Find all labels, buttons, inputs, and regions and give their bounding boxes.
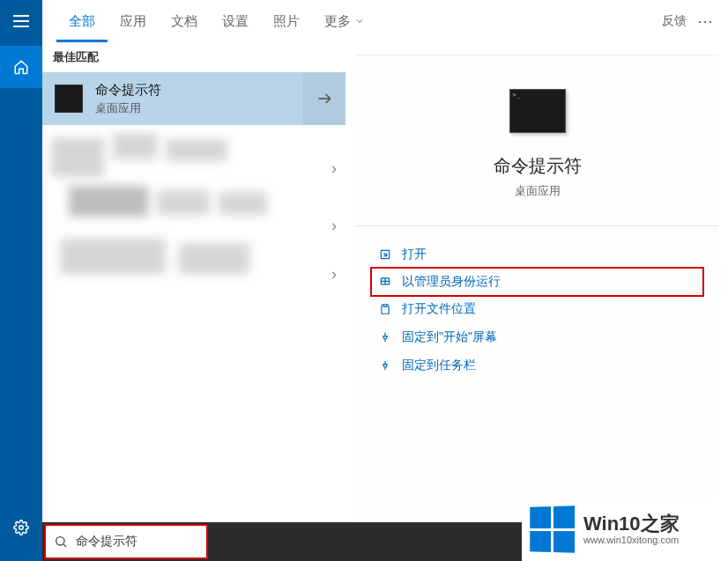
detail-panel: 命令提示符 桌面应用 打开 以管理员身份运行 打开文件位置 固定到"开始"屏幕 … [356, 55, 718, 522]
tab-apps[interactable]: 应用 [108, 0, 159, 42]
chevron-right-icon: › [331, 159, 337, 178]
action-list: 打开 以管理员身份运行 打开文件位置 固定到"开始"屏幕 固定到任务栏 [356, 237, 718, 383]
svg-line-5 [63, 544, 66, 547]
menu-button[interactable] [0, 0, 42, 42]
home-icon [13, 59, 29, 75]
svg-point-0 [19, 526, 24, 530]
svg-point-4 [56, 537, 64, 545]
nav-sidebar [0, 0, 42, 561]
tab-more[interactable]: 更多 [312, 0, 377, 42]
result-subtitle: 桌面应用 [95, 100, 303, 116]
gear-icon [13, 520, 29, 535]
feedback-link[interactable]: 反馈 [662, 13, 687, 29]
taskbar-search-area [42, 522, 522, 561]
pin-icon [375, 331, 395, 343]
settings-button[interactable] [0, 506, 42, 549]
chevron-right-icon: › [331, 265, 337, 284]
watermark-title: Win10之家 [583, 513, 680, 535]
action-open[interactable]: 打开 [356, 240, 718, 269]
detail-subtitle: 桌面应用 [515, 183, 561, 199]
home-button[interactable] [0, 46, 42, 88]
action-open-location[interactable]: 打开文件位置 [356, 295, 718, 323]
action-run-as-admin[interactable]: 以管理员身份运行 [370, 267, 704, 297]
action-pin-taskbar-label: 固定到任务栏 [402, 358, 476, 373]
tab-docs[interactable]: 文档 [159, 0, 210, 42]
folder-icon [375, 303, 395, 315]
open-icon [375, 248, 395, 261]
tab-photos[interactable]: 照片 [261, 0, 312, 42]
tab-settings[interactable]: 设置 [210, 0, 261, 42]
search-box[interactable] [44, 524, 208, 559]
more-options-button[interactable]: ⋯ [697, 11, 714, 31]
expand-arrow[interactable] [303, 72, 345, 125]
watermark: Win10之家 www.win10xitong.com [522, 498, 728, 561]
blurred-results: › › › [42, 129, 345, 305]
results-column: 最佳匹配 命令提示符 桌面应用 › › › [42, 42, 345, 522]
action-open-location-label: 打开文件位置 [402, 301, 476, 317]
action-run-as-admin-label: 以管理员身份运行 [402, 274, 501, 290]
action-pin-start[interactable]: 固定到"开始"屏幕 [356, 323, 718, 351]
divider [356, 225, 718, 226]
detail-app-icon [509, 89, 566, 133]
action-pin-taskbar[interactable]: 固定到任务栏 [356, 351, 718, 380]
detail-title: 命令提示符 [494, 154, 582, 178]
tab-more-label: 更多 [324, 0, 351, 42]
best-match-header: 最佳匹配 [42, 42, 345, 72]
windows-logo-icon [530, 506, 575, 552]
action-open-label: 打开 [402, 247, 427, 262]
search-icon [46, 535, 76, 549]
search-tabs: 全部 应用 文档 设置 照片 更多 反馈 ⋯ [42, 0, 728, 42]
result-item-cmd[interactable]: 命令提示符 桌面应用 [42, 72, 345, 125]
chevron-right-icon: › [331, 217, 337, 235]
shield-icon [375, 276, 395, 288]
action-pin-start-label: 固定到"开始"屏幕 [402, 329, 497, 345]
watermark-url: www.win10xitong.com [583, 535, 680, 545]
pin-icon [375, 359, 395, 372]
hamburger-icon [13, 15, 29, 27]
tab-all[interactable]: 全部 [56, 0, 108, 42]
chevron-down-icon [354, 16, 365, 26]
result-title: 命令提示符 [95, 82, 303, 99]
search-input[interactable] [76, 535, 199, 549]
cmd-icon [55, 85, 83, 113]
arrow-right-icon [316, 90, 333, 107]
